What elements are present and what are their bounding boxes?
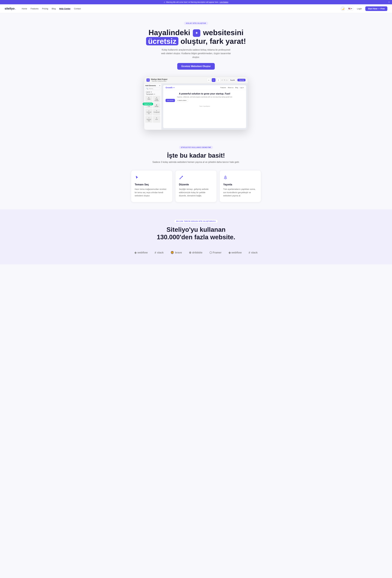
nav-links: Home Features Pricing Blog Help Center C…: [22, 7, 336, 10]
paragraph-element[interactable]: ¶Paragraph: [153, 109, 160, 115]
language-selector[interactable]: 🇺🇸 ▾: [347, 7, 353, 10]
theme-toggle-button[interactable]: 🌙: [341, 6, 345, 11]
typography-label: Typography: [146, 93, 154, 95]
marked-text-element[interactable]: TMarked Text: [145, 116, 153, 123]
inner-site-preview: Growth ✦ Features About us Blog Log in: [163, 85, 246, 128]
features-badge: ETKİLEYİCİ KULLANICI DENEYİMİ: [179, 146, 213, 149]
flag-icon: 🇺🇸: [348, 7, 351, 10]
start-now-button[interactable]: Start Now — Free: [365, 6, 387, 11]
tablet-icon[interactable]: ▭: [212, 78, 215, 82]
hero-section: KOLAY SİTE OLUŞTUR Hayalindeki websitesi…: [0, 13, 392, 136]
inner-nav-features[interactable]: Features: [220, 87, 226, 89]
browser-frame: S Siteliyo Web Projesi Standart Çalışma …: [144, 77, 248, 130]
dribbble-label: dribbble: [192, 251, 202, 254]
announcement-icon: ⚠: [164, 1, 165, 3]
login-button[interactable]: Login: [355, 7, 364, 11]
desktop-icon[interactable]: ▭: [207, 78, 211, 82]
framer-label: Framer: [213, 251, 222, 254]
browser-body: Add Elements + 🔍 Arama... Layout ▾ Typog…: [144, 84, 248, 130]
logo-webflow-2: ◈ webflow: [229, 251, 242, 254]
hero-highlight: ücretsiz: [146, 37, 179, 45]
announcement-text: Warning title will come here!: [166, 1, 188, 3]
stats-headline: Siteliyo'yu kullanan 130.000'den fazla w…: [153, 226, 239, 241]
rocket-icon: [223, 175, 257, 181]
stats-badge: EN ÇOK TERCİH EDİLEN SİTE OLUŞTURUCU: [174, 220, 218, 223]
svg-point-0: [225, 177, 226, 178]
publish-button[interactable]: Yayınla: [237, 79, 245, 81]
footer-space: [0, 264, 392, 273]
inner-nav-links: Features About us Blog Log in: [220, 87, 244, 89]
inner-book-demo[interactable]: ⊙ Book a demo: [176, 99, 188, 102]
stats-section: EN ÇOK TERCİH EDİLEN SİTE OLUŞTURUCU Sit…: [0, 209, 392, 265]
hero-headline-2: websitesini: [203, 28, 243, 37]
logo-dot: .: [15, 7, 16, 10]
inner-get-started[interactable]: Get started: [165, 99, 175, 102]
nav-home[interactable]: Home: [22, 7, 27, 10]
layout-section[interactable]: Layout ▾: [145, 91, 160, 93]
slack-label: slack: [157, 251, 163, 254]
inner-nav-login[interactable]: Log in: [240, 87, 244, 89]
hero-cta-button[interactable]: Ücretsiz Websiteni Oluştur: [177, 63, 215, 70]
nav-features[interactable]: Features: [31, 7, 39, 10]
project-info: Siteliyo Web Projesi Standart Çalışma Al…: [151, 78, 167, 82]
undo-button[interactable]: ↩: [222, 79, 223, 81]
webflow-label: webflow: [137, 251, 148, 254]
badge-element[interactable]: ◉Badge: [153, 103, 160, 108]
inner-buttons: Get started ⊙ Book a demo: [165, 99, 244, 102]
inner-logo: Growth ✦: [165, 86, 175, 89]
add-elements-label: Add Elements +: [145, 85, 160, 86]
sidebar-search[interactable]: 🔍 Arama...: [145, 87, 160, 90]
project-sub: Standart Çalışma Alanı: [151, 80, 167, 82]
search-icon: 🔍: [146, 88, 148, 90]
chevron-icon-2: ▾: [154, 93, 155, 95]
announcement-description: Warning description will appear here.: [190, 1, 219, 3]
logos-row: ◈ webflow # slack 🦁 brave ⊕ dribbble ⬡ F…: [3, 248, 389, 257]
inner-nav-about[interactable]: About us: [228, 87, 233, 89]
icon-element[interactable]: ★Icon: [153, 116, 160, 123]
features-cards: Temanı Seç Hazır tema mağazamızdan ücret…: [131, 170, 261, 202]
save-button[interactable]: Kaydet: [229, 79, 236, 82]
brave-label: brave: [175, 251, 182, 254]
inner-sub: Organise, collaborate, and track progres…: [165, 96, 244, 98]
elements-grid: ⊞Table ⊟Page Header 🔗Link ◉Badge ≡Ordere…: [145, 96, 160, 123]
typography-section[interactable]: Typography ▾: [145, 93, 160, 95]
nav-blog[interactable]: Blog: [52, 7, 56, 10]
ordered-list-element[interactable]: ≡Ordered list: [145, 109, 153, 115]
hero-headline-1: Hayalindeki: [149, 28, 190, 37]
logo-slack-2: # slack: [249, 251, 258, 254]
inner-hero: A powerful solution to grow your startup…: [163, 90, 246, 104]
nav-help-center[interactable]: Help Center: [59, 7, 71, 10]
logo-framer: ⬡ Framer: [209, 251, 222, 254]
mobile-icon[interactable]: ▯: [217, 78, 220, 82]
logo-brave: 🦁 brave: [170, 251, 182, 254]
feature-card-publish: Yayınla Tüm ayarlamalarını yaptıktan son…: [220, 170, 261, 202]
editor-canvas: Growth ✦ Features About us Blog Log in: [161, 84, 248, 130]
card-2-desc: Seçtiğin temayı, gelişmiş website editör…: [179, 188, 213, 197]
browser-logo: S: [147, 78, 150, 82]
logo[interactable]: siteliyo.: [5, 7, 16, 10]
nav-contact[interactable]: Contact: [74, 7, 81, 10]
features-sub: Sadece 3 kolay adımda websiteni hemen ya…: [3, 161, 389, 163]
webflow-icon: ◈: [134, 251, 137, 254]
chevron-icon: ▾: [151, 91, 152, 93]
nav-pricing[interactable]: Pricing: [42, 7, 48, 10]
nav-right: 🌙 🇺🇸 ▾ Login Start Now — Free: [341, 6, 387, 11]
search-placeholder: Arama...: [149, 88, 154, 90]
slack-2-label: slack: [251, 251, 258, 254]
project-name: Siteliyo Web Projesi: [151, 78, 167, 80]
inner-nav-blog[interactable]: Blog: [235, 87, 238, 89]
preview-button[interactable]: ▷: [227, 79, 228, 81]
plus-icon[interactable]: +: [159, 85, 160, 86]
announcement-link[interactable]: Link Button: [220, 1, 228, 3]
editor-sidebar: Add Elements + 🔍 Arama... Layout ▾ Typog…: [144, 84, 161, 130]
feature-card-choose: Temanı Seç Hazır tema mağazamızdan ücret…: [131, 170, 172, 202]
redo-button[interactable]: ↻: [224, 79, 225, 81]
logo-dribbble: ⊕ dribbble: [189, 251, 202, 254]
table-element[interactable]: ⊞Table: [145, 96, 153, 102]
browser-mockup: Çağatayhan S Siteliyo Web Projesi Standa…: [144, 77, 248, 130]
webflow-2-label: webflow: [232, 251, 242, 254]
hero-headline-3: oluştur, fark yarat!: [181, 37, 246, 45]
close-icon[interactable]: ×: [388, 1, 390, 3]
feature-card-edit: Düzenle Seçtiğin temayı, gelişmiş websit…: [175, 170, 217, 202]
page-header-element[interactable]: ⊟Page Header: [153, 96, 160, 102]
